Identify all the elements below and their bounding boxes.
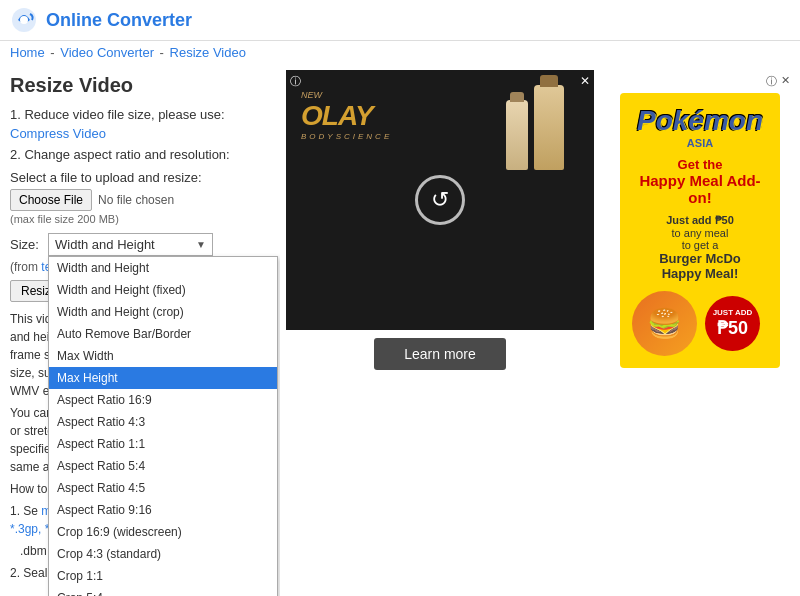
width-hint: (from bbox=[10, 260, 41, 274]
get-text: Get the bbox=[632, 157, 768, 172]
svg-point-1 bbox=[20, 16, 28, 24]
badge-price-text: ₱50 bbox=[717, 317, 748, 339]
file-section: Select a file to upload and resize: Choo… bbox=[10, 170, 270, 225]
ad-sub: BODYSCIENCE bbox=[301, 132, 392, 141]
right-ad-info-icon: ⓘ bbox=[766, 74, 777, 89]
breadcrumb-home[interactable]: Home bbox=[10, 45, 45, 60]
dropdown-item-crop-5-4[interactable]: Crop 5:4 bbox=[49, 587, 277, 596]
mcdo-image-row: 🍔 JUST ADD ₱50 bbox=[632, 291, 768, 356]
replay-icon[interactable]: ↺ bbox=[415, 175, 465, 225]
breadcrumb: Home - Video Converter - Resize Video bbox=[0, 41, 800, 64]
breadcrumb-sep1: - bbox=[50, 45, 58, 60]
mcdo-character: 🍔 bbox=[632, 291, 697, 356]
center-ad-box: ⓘ ✕ NEW OLAY BODYSCIENCE bbox=[286, 70, 594, 330]
size-dropdown[interactable]: Width and Height ▼ Width and Height Widt… bbox=[48, 233, 213, 256]
pokemon-asia: ASIA bbox=[632, 137, 768, 149]
ad-new-label: NEW OLAY BODYSCIENCE bbox=[301, 90, 392, 141]
burger-mcdo-text: Burger McDo bbox=[632, 251, 768, 266]
happy-meal-text: Happy Meal Add-on! bbox=[632, 172, 768, 206]
learn-more-button[interactable]: Learn more bbox=[374, 338, 506, 370]
file-row: Choose File No file chosen bbox=[10, 189, 270, 211]
file-name-display: No file chosen bbox=[98, 193, 174, 207]
breadcrumb-sep2: - bbox=[160, 45, 168, 60]
step2-text: 2. Change aspect ratio and resolution: bbox=[10, 147, 270, 162]
dropdown-selected: Width and Height bbox=[55, 237, 155, 252]
happy-meal2-text: Happy Meal! bbox=[632, 266, 768, 281]
dropdown-trigger[interactable]: Width and Height ▼ bbox=[48, 233, 213, 256]
ad-info-icon: ⓘ bbox=[290, 74, 301, 89]
dropdown-item-width-height[interactable]: Width and Height bbox=[49, 257, 277, 279]
site-title: Online Converter bbox=[46, 10, 192, 31]
step1-text: 1. Reduce video file size, please use: bbox=[10, 107, 270, 122]
main-content: Resize Video 1. Reduce video file size, … bbox=[0, 64, 800, 596]
center-ad-panel: ⓘ ✕ NEW OLAY BODYSCIENCE bbox=[280, 64, 600, 596]
dropdown-item-auto-remove[interactable]: Auto Remove Bar/Border bbox=[49, 323, 277, 345]
breadcrumb-resize-video[interactable]: Resize Video bbox=[170, 45, 246, 60]
header: Online Converter bbox=[0, 0, 800, 41]
dropdown-item-ar-1-1[interactable]: Aspect Ratio 1:1 bbox=[49, 433, 277, 455]
dropdown-item-crop-1-1[interactable]: Crop 1:1 bbox=[49, 565, 277, 587]
size-row: Size: Width and Height ▼ Width and Heigh… bbox=[10, 233, 270, 256]
page-title: Resize Video bbox=[10, 74, 270, 97]
ad-brand: OLAY bbox=[301, 100, 392, 132]
right-ad-box: Pokémon ASIA Get the Happy Meal Add-on! … bbox=[620, 93, 780, 368]
dropdown-item-ar-9-16[interactable]: Aspect Ratio 9:16 bbox=[49, 499, 277, 521]
dropdown-item-width-height-crop[interactable]: Width and Height (crop) bbox=[49, 301, 277, 323]
dropdown-item-ar-4-5[interactable]: Aspect Ratio 4:5 bbox=[49, 477, 277, 499]
dropdown-item-max-height[interactable]: Max Height bbox=[49, 367, 277, 389]
choose-file-button[interactable]: Choose File bbox=[10, 189, 92, 211]
mcdo-icon: 🍔 bbox=[647, 307, 682, 340]
dropdown-item-ar-16-9[interactable]: Aspect Ratio 16:9 bbox=[49, 389, 277, 411]
dropdown-menu: Width and Height Width and Height (fixed… bbox=[48, 256, 278, 596]
breadcrumb-video-converter[interactable]: Video Converter bbox=[60, 45, 154, 60]
ad-product-bottles bbox=[506, 85, 564, 170]
max-size-note: (max file size 200 MB) bbox=[10, 213, 270, 225]
logo-icon bbox=[10, 6, 38, 34]
left-panel: Resize Video 1. Reduce video file size, … bbox=[0, 64, 280, 596]
right-ad-panel: ⓘ ✕ Pokémon ASIA Get the Happy Meal Add-… bbox=[600, 64, 800, 596]
pokemon-logo: Pokémon bbox=[632, 105, 768, 137]
just-add-badge: JUST ADD ₱50 bbox=[705, 296, 760, 351]
dropdown-item-ar-5-4[interactable]: Aspect Ratio 5:4 bbox=[49, 455, 277, 477]
just-add-text: Just add ₱50 bbox=[632, 214, 768, 227]
dropdown-item-crop-4-3[interactable]: Crop 4:3 (standard) bbox=[49, 543, 277, 565]
compress-video-link[interactable]: Compress Video bbox=[10, 126, 106, 141]
dropdown-item-crop-16-9[interactable]: Crop 16:9 (widescreen) bbox=[49, 521, 277, 543]
badge-just-add-text: JUST ADD bbox=[713, 308, 753, 317]
to-get-text: to get a bbox=[632, 239, 768, 251]
chevron-down-icon: ▼ bbox=[196, 239, 206, 250]
right-ad-controls: ⓘ ✕ bbox=[610, 74, 790, 89]
size-label: Size: bbox=[10, 237, 42, 252]
file-label: Select a file to upload and resize: bbox=[10, 170, 270, 185]
right-ad-close-icon[interactable]: ✕ bbox=[781, 74, 790, 87]
dropdown-item-width-height-fixed[interactable]: Width and Height (fixed) bbox=[49, 279, 277, 301]
close-icon[interactable]: ✕ bbox=[580, 74, 590, 88]
to-any-meal-text: to any meal bbox=[632, 227, 768, 239]
dropdown-item-max-width[interactable]: Max Width bbox=[49, 345, 277, 367]
dropdown-item-ar-4-3[interactable]: Aspect Ratio 4:3 bbox=[49, 411, 277, 433]
